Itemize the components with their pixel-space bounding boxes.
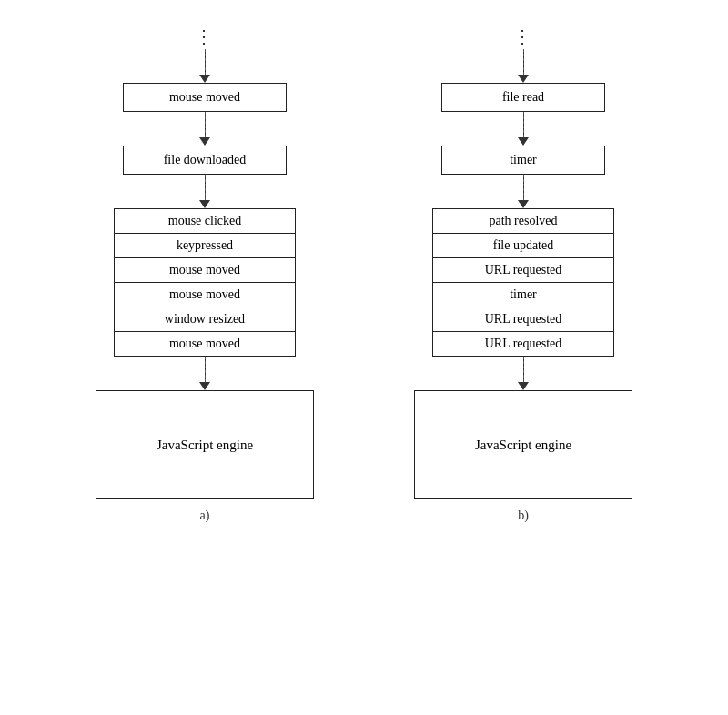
engine-box-a: JavaScript engine xyxy=(96,390,314,499)
multi-box-b: path resolvedfile updatedURL requestedti… xyxy=(432,208,614,357)
arrow-head xyxy=(199,137,210,146)
list-item: URL requested xyxy=(433,258,613,283)
arrow-engine xyxy=(518,357,529,390)
engine-box-b: JavaScript engine xyxy=(414,390,632,499)
list-item: mouse clicked xyxy=(115,209,295,234)
list-item: file updated xyxy=(433,234,613,258)
arrow-head xyxy=(518,75,529,83)
arrow-line xyxy=(523,175,524,200)
arrow-head xyxy=(199,382,210,390)
ellipsis-dots: ⋮ xyxy=(195,27,215,45)
arrow-head xyxy=(518,200,529,208)
arrow-head xyxy=(518,137,529,146)
arrow-multi xyxy=(518,175,529,208)
arrow-top xyxy=(518,49,529,83)
arrow-head xyxy=(199,75,210,83)
arrow-head xyxy=(518,382,529,390)
arrow-top xyxy=(199,49,210,83)
second-box-a: file downloaded xyxy=(123,146,287,175)
arrow-line xyxy=(205,175,206,200)
list-item: URL requested xyxy=(433,307,613,332)
second-box-b: timer xyxy=(441,146,605,175)
arrow-second xyxy=(518,112,529,146)
diagram-label-b: b) xyxy=(518,509,529,523)
list-item: mouse moved xyxy=(115,332,295,356)
top-box-a: mouse moved xyxy=(123,83,287,112)
arrow-line xyxy=(523,49,524,75)
arrow-line xyxy=(523,357,524,382)
ellipsis-dots: ⋮ xyxy=(513,27,533,45)
multi-box-a: mouse clickedkeypressedmouse movedmouse … xyxy=(114,208,296,357)
list-item: window resized xyxy=(115,307,295,332)
list-item: mouse moved xyxy=(115,258,295,283)
list-item: URL requested xyxy=(433,332,613,356)
list-item: keypressed xyxy=(115,234,295,258)
arrow-line xyxy=(205,112,206,137)
arrow-line xyxy=(523,112,524,137)
top-box-b: file read xyxy=(441,83,605,112)
arrow-line xyxy=(205,357,206,382)
diagram-b: ⋮file readtimerpath resolvedfile updated… xyxy=(382,27,664,523)
arrow-engine xyxy=(199,357,210,390)
diagram-label-a: a) xyxy=(200,509,210,523)
list-item: path resolved xyxy=(433,209,613,234)
list-item: timer xyxy=(433,283,613,307)
diagrams-wrapper: ⋮mouse movedfile downloadedmouse clicked… xyxy=(0,18,728,532)
list-item: mouse moved xyxy=(115,283,295,307)
arrow-line xyxy=(205,49,206,75)
arrow-head xyxy=(199,200,210,208)
arrow-second xyxy=(199,112,210,146)
arrow-multi xyxy=(199,175,210,208)
diagram-a: ⋮mouse movedfile downloadedmouse clicked… xyxy=(64,27,346,523)
